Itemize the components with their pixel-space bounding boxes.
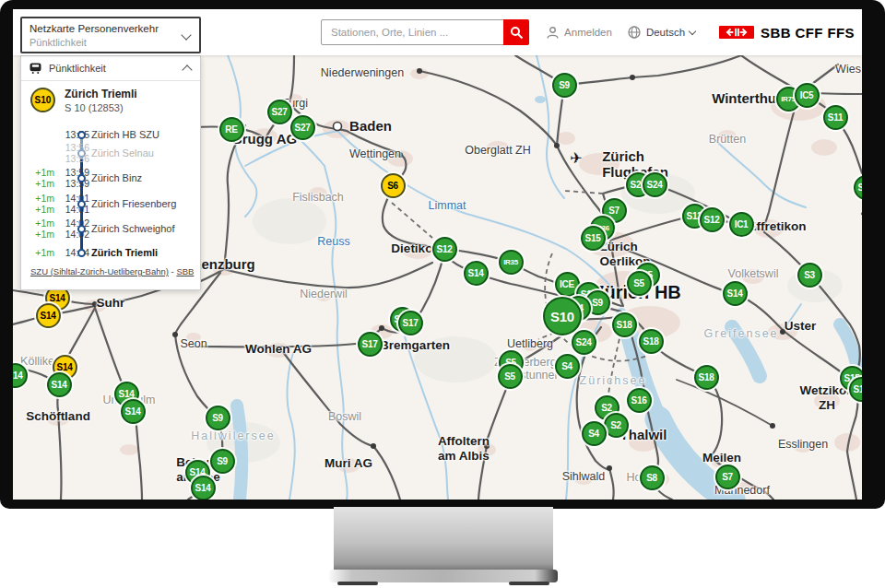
line-badge-s7[interactable]: S7 [715, 465, 740, 489]
line-badge-s11[interactable]: S11 [823, 105, 848, 130]
sbb-flag-icon [719, 26, 754, 39]
stop-name: Zürich Binz [91, 172, 142, 183]
login-label: Anmelden [564, 27, 612, 38]
stop-timeline: 13:55Zürich HB SZU13:5613:56Zürich Selna… [21, 56, 200, 289]
line-badge-s17[interactable]: S17 [398, 311, 423, 335]
stop-name: Zürich HB SZU [91, 129, 159, 140]
stop-node [77, 174, 86, 182]
line-badge-s18[interactable]: S18 [639, 329, 664, 354]
stop-name: Zürich Selnau [91, 147, 154, 159]
line-badge-s12[interactable]: S12 [700, 207, 725, 232]
monitor-foot-right [509, 582, 549, 585]
stop-node [77, 249, 86, 257]
line-badge-s4[interactable]: S4 [582, 421, 607, 446]
line-badge-s14[interactable]: S14 [47, 372, 72, 397]
stop-name: Zürich Friesenberg [91, 198, 176, 209]
panel-footer: SZU (Sihltal-Zürich-Uetliberg-Bahn) - SB… [30, 266, 194, 276]
line-badge-re[interactable]: RE [219, 117, 244, 142]
operator-link[interactable]: SZU (Sihltal-Zürich-Uetliberg-Bahn) [30, 266, 169, 276]
stop-node [77, 149, 86, 158]
line-badge-s24[interactable]: S24 [572, 330, 596, 355]
line-badge-s9[interactable]: S9 [206, 406, 230, 430]
line-badge-s14[interactable]: S14 [191, 476, 216, 500]
line-badge-s5[interactable]: S5 [627, 271, 652, 296]
search-icon [510, 26, 524, 40]
login-button[interactable]: Anmelden [546, 26, 612, 40]
stop-row-z-rich-binz: +1m+1m13:5913:59Zürich Binz [21, 167, 200, 189]
line-badge-ic1[interactable]: IC1 [729, 212, 754, 237]
language-label: Deutsch [646, 27, 685, 38]
line-badge-s24[interactable]: S24 [643, 172, 667, 197]
line-badge-s14[interactable]: S14 [36, 303, 61, 328]
stop-node [77, 200, 86, 208]
monitor-foot-left [337, 582, 378, 585]
top-bar-right: Anmelden Deutsch [546, 9, 855, 55]
top-bar: Netzkarte Personenverkehr Pünktlichkeit [13, 9, 862, 55]
punctuality-panel: Pünktlichkeit S10 Zürich Triemli S 10 (1… [20, 55, 201, 290]
stop-name: Zürich Triemli [91, 247, 158, 258]
line-badge-s8[interactable]: S8 [640, 465, 665, 490]
airplane-icon: ✈ [570, 149, 582, 167]
line-badge-s27[interactable]: S27 [267, 100, 292, 124]
line-badge-s18[interactable]: S18 [694, 365, 719, 390]
line-badge-s9[interactable]: S9 [552, 73, 577, 98]
layer-dropdown[interactable]: Netzkarte Personenverkehr Pünktlichkeit [20, 17, 201, 53]
stop-row-z-rich-schweighof: +1m+1m14:0214:02Zürich Schweighof [21, 218, 200, 240]
stop-row-z-rich-friesenberg: +1m+1m14:0114:01Zürich Friesenberg [21, 193, 200, 215]
globe-icon [627, 25, 642, 40]
brand-wordmark: SBB CFF FFS [761, 25, 855, 41]
line-badge-s2[interactable]: S2 [604, 413, 629, 438]
line-badge-s10[interactable]: S10 [543, 297, 582, 335]
stop-name: Zürich Schweighof [91, 223, 175, 234]
line-badge-s12[interactable]: S12 [432, 237, 457, 262]
line-badge-s14[interactable]: S14 [464, 261, 489, 286]
stop-row-z-rich-triemli: +1m14:04Zürich Triemli [21, 241, 200, 264]
line-badge-s16[interactable]: S16 [627, 388, 652, 413]
stop-node [77, 225, 86, 233]
language-selector[interactable]: Deutsch [627, 25, 695, 40]
line-badge-s18[interactable]: S18 [612, 312, 637, 337]
line-badge-s4[interactable]: S4 [555, 354, 580, 379]
line-badge-s15[interactable]: S15 [581, 226, 606, 251]
search-button[interactable] [503, 19, 529, 45]
line-badge-s14[interactable]: S14 [723, 281, 748, 306]
line-badge-s9[interactable]: S9 [210, 449, 235, 474]
stop-node [77, 131, 86, 139]
monitor-base [329, 570, 558, 582]
layer-dropdown-title: Netzkarte Personenverkehr [30, 22, 192, 36]
layer-dropdown-subtitle: Pünktlichkeit [30, 36, 192, 49]
stop-row-z-rich-selnau: 13:5613:56Zürich Selnau [21, 142, 200, 164]
monitor: NiederweningenTurgiBadenBrugg AGWettinge… [0, 0, 885, 588]
line-badge-ir35[interactable]: IR35 [499, 250, 524, 275]
line-badge-s27[interactable]: S27 [290, 115, 315, 140]
line-badge-s5[interactable]: S5 [498, 364, 523, 389]
monitor-stand [334, 507, 553, 571]
sbb-logo[interactable]: SBB CFF FFS [719, 25, 855, 41]
chevron-down-icon [689, 27, 696, 34]
line-badge-s6[interactable]: S6 [381, 173, 406, 198]
sbb-link[interactable]: SBB [176, 266, 194, 276]
line-badge-s14[interactable]: S14 [121, 399, 146, 424]
user-icon [546, 26, 560, 40]
search-bar [321, 19, 529, 45]
line-badge-ic5[interactable]: IC5 [795, 83, 820, 108]
line-badge-s3[interactable]: S3 [797, 263, 822, 288]
search-input[interactable] [321, 19, 529, 45]
screen: NiederweningenTurgiBadenBrugg AGWettinge… [13, 9, 862, 500]
line-badge-s17[interactable]: S17 [358, 332, 383, 357]
